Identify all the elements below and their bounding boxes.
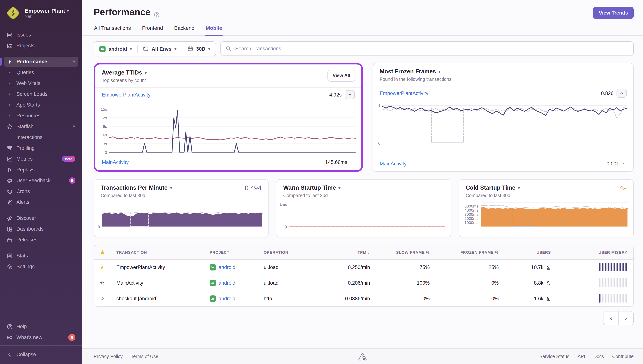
view-all-button[interactable]: View All (328, 70, 356, 82)
star-icon[interactable]: ☆ (100, 296, 116, 301)
environment-filter[interactable]: All Envs ▾ (137, 45, 182, 53)
user-icon (546, 265, 551, 270)
column-header[interactable]: USERS (499, 250, 551, 254)
column-header[interactable]: TRANSACTION (116, 250, 210, 254)
sidebar-item-label: Help (17, 324, 75, 329)
warm-startup-chart[interactable] (289, 202, 445, 226)
sidebar-item-queries[interactable]: • Queries (4, 68, 78, 78)
sidebar-item-releases[interactable]: Releases (4, 235, 78, 245)
sidebar-item-interactions[interactable]: Interactions (4, 132, 78, 142)
sidebar-item-profiling[interactable]: Profiling (4, 143, 78, 153)
transaction-link[interactable]: EmpowerPlantActivity (116, 264, 210, 270)
pagination (603, 311, 634, 325)
column-header[interactable]: OPERATION (264, 250, 318, 254)
bullet-icon: • (7, 80, 13, 86)
y-tick-label: 0 (105, 150, 107, 154)
y-axis-labels: 10 (375, 103, 383, 143)
transaction-link[interactable]: EmpowerPlantActivity (380, 90, 428, 96)
table-row: ☆ MainActivity android ui.load 0.206/min… (94, 275, 633, 290)
panel-title[interactable]: Most Frozen Frames (380, 68, 436, 75)
sidebar-item-starfish[interactable]: Starfish ˄ (4, 122, 78, 132)
sidebar-item-web-vitals[interactable]: • Web Vitals (4, 78, 78, 88)
sidebar-item-help[interactable]: Help (4, 322, 78, 332)
footer-link-docs[interactable]: Docs (593, 354, 604, 359)
sidebar-item-label: Issues (17, 32, 75, 38)
transaction-link[interactable]: MainActivity (116, 280, 210, 286)
project-filter[interactable]: android ▾ (94, 45, 137, 53)
transaction-link[interactable]: checkout [android] (116, 296, 210, 302)
org-switcher[interactable]: Empower Plant ▾ Nar (0, 0, 82, 23)
search-input[interactable] (234, 45, 628, 52)
table-header: ★ TRANSACTIONPROJECTOPERATIONTPM ↓SLOW F… (94, 245, 633, 260)
dashboards-icon (7, 226, 13, 232)
project-link[interactable]: android (219, 264, 235, 270)
ttid-chart[interactable] (109, 105, 356, 152)
footer-right-links: Service StatusAPIDocsContribute (539, 354, 634, 359)
column-header[interactable]: PROJECT (210, 250, 264, 254)
sidebar-item-metrics[interactable]: Metrics beta (4, 154, 78, 164)
sidebar-item-screen-loads[interactable]: • Screen Loads (4, 89, 78, 99)
footer-link-api[interactable]: API (577, 354, 585, 359)
star-header-icon[interactable]: ★ (100, 250, 116, 255)
sidebar-item-resources[interactable]: • Resources (4, 111, 78, 121)
project-link[interactable]: android (219, 280, 235, 286)
frozen-frames-chart[interactable] (383, 103, 627, 143)
tab-all-transactions[interactable]: All Transactions (94, 25, 131, 36)
date-range-filter[interactable]: 30D ▾ (182, 45, 216, 53)
sidebar-item-discover[interactable]: Discover (4, 213, 78, 223)
footer-link-privacy-policy[interactable]: Privacy Policy (94, 354, 123, 359)
tab-mobile[interactable]: Mobile (205, 25, 223, 36)
sidebar-item-label: Dashboards (17, 226, 75, 232)
expand-chevron-icon[interactable] (350, 160, 355, 164)
column-header[interactable]: USER MISERY (551, 250, 627, 254)
view-trends-button[interactable]: View Trends (593, 7, 634, 19)
sidebar-item-stats[interactable]: Stats (4, 251, 78, 261)
transaction-link[interactable]: MainActivity (102, 160, 129, 165)
project-link[interactable]: android (219, 296, 235, 302)
sidebar-item-projects[interactable]: Projects (4, 40, 78, 51)
star-icon[interactable]: ☆ (100, 280, 116, 286)
sidebar-item-user-feedback[interactable]: User Feedback B (4, 176, 78, 186)
panel-title[interactable]: Warm Startup Time (283, 184, 336, 191)
panel-subtitle: Compared to last 30d (283, 193, 341, 198)
sidebar-item-label: Settings (17, 264, 75, 269)
sidebar-item-settings[interactable]: Settings (4, 262, 78, 272)
user-icon (546, 296, 551, 301)
tab-frontend[interactable]: Frontend (142, 25, 163, 36)
footer-link-contribute[interactable]: Contribute (612, 354, 634, 359)
sidebar-item-collapse[interactable]: Collapse (4, 350, 78, 360)
help-question-icon[interactable] (154, 9, 160, 15)
star-icon[interactable]: ★ (100, 265, 116, 270)
panel-title[interactable]: Transactions Per Minute (101, 184, 167, 191)
sidebar-item-app-starts[interactable]: • App Starts (4, 100, 78, 110)
sidebar-item-crons[interactable]: Crons (4, 186, 78, 196)
tab-backend[interactable]: Backend (174, 25, 195, 36)
tpm-chart[interactable] (102, 202, 262, 226)
panel-title[interactable]: Average TTIDs (102, 69, 142, 76)
footer-link-terms-of-use[interactable]: Terms of Use (131, 354, 158, 359)
expand-chevron-icon[interactable] (622, 162, 626, 166)
transaction-link[interactable]: EmpowerPlantActivity (102, 92, 151, 98)
column-header[interactable]: FROZEN FRAME % (430, 250, 499, 254)
prev-page-button[interactable] (603, 312, 618, 325)
chevron-up-icon: ˄ (72, 59, 75, 64)
footer-link-service-status[interactable]: Service Status (539, 354, 569, 359)
cold-startup-chart[interactable] (481, 202, 627, 226)
collapse-chevron-button[interactable] (616, 89, 626, 98)
y-tick-label: 3s (103, 142, 107, 146)
column-header[interactable]: TPM ↓ (318, 250, 370, 254)
sidebar-item-alerts[interactable]: Alerts (4, 197, 78, 207)
sidebar-item-performance[interactable]: Performance ˄ (4, 57, 78, 67)
y-tick-label: 1 (98, 200, 100, 204)
column-header[interactable]: SLOW FRAME % (370, 250, 430, 254)
sidebar-item-what-s-new[interactable]: What's new 5 (4, 332, 78, 342)
starfish-icon (7, 124, 13, 130)
sidebar-item-dashboards[interactable]: Dashboards (4, 224, 78, 234)
sidebar-item-label: Crons (17, 188, 75, 194)
next-page-button[interactable] (618, 312, 633, 325)
collapse-chevron-button[interactable] (345, 90, 355, 99)
sidebar-item-replays[interactable]: Replays (4, 165, 78, 175)
sidebar-item-issues[interactable]: Issues (4, 30, 78, 40)
transaction-link[interactable]: MainActivity (380, 161, 407, 166)
panel-title[interactable]: Cold Startup Time (466, 184, 515, 191)
